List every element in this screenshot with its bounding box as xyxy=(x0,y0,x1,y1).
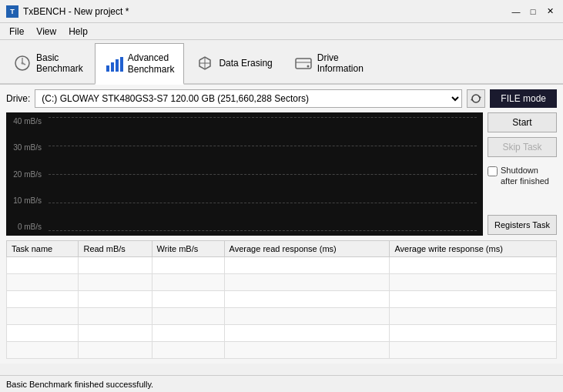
cell xyxy=(7,325,79,342)
titlebar-controls: — □ ✕ xyxy=(509,5,557,18)
basic-benchmark-icon xyxy=(13,54,32,72)
registers-task-button[interactable]: Registers Task xyxy=(488,215,557,235)
cell xyxy=(79,274,152,291)
table-row xyxy=(7,274,557,291)
grid-line-4 xyxy=(49,203,477,203)
y-label-10: 10 mB/s xyxy=(6,196,45,205)
svg-rect-4 xyxy=(116,59,119,72)
menu-view[interactable]: View xyxy=(30,25,62,39)
svg-point-9 xyxy=(307,65,309,68)
grid-line-2 xyxy=(49,146,477,146)
basic-benchmark-label: Basic Benchmark xyxy=(36,52,83,75)
cell xyxy=(7,308,79,325)
cell xyxy=(79,257,152,274)
cell xyxy=(390,274,557,291)
cell xyxy=(224,342,390,359)
cell xyxy=(390,291,557,308)
cell xyxy=(390,257,557,274)
start-button[interactable]: Start xyxy=(488,112,557,132)
menubar: File View Help xyxy=(0,23,563,40)
shutdown-label: Shutdown after finished xyxy=(501,165,557,187)
cell xyxy=(7,274,79,291)
tab-drive-information[interactable]: Drive Information xyxy=(284,43,374,83)
tab-data-erasing[interactable]: Data Erasing xyxy=(186,43,282,83)
table-row xyxy=(7,257,557,274)
svg-rect-5 xyxy=(120,57,123,72)
cell xyxy=(79,308,152,325)
cell xyxy=(7,291,79,308)
shutdown-row: Shutdown after finished xyxy=(488,165,557,187)
drive-select[interactable]: (C:) GLOWAY STK480GS3-S7 120.00 GB (251,… xyxy=(35,89,462,108)
maximize-button[interactable]: □ xyxy=(526,5,540,18)
svg-rect-2 xyxy=(106,65,109,72)
table-row xyxy=(7,291,557,308)
col-avg-write: Average write response (ms) xyxy=(390,241,557,257)
menu-help[interactable]: Help xyxy=(62,25,94,39)
toolbar: Basic Benchmark Advanced Benchmark xyxy=(0,40,563,85)
cell xyxy=(224,325,390,342)
drive-label: Drive: xyxy=(6,93,30,104)
advanced-benchmark-label: Advanced Benchmark xyxy=(128,52,175,75)
cell xyxy=(7,257,79,274)
chart-container: 40 mB/s 30 mB/s 20 mB/s 10 mB/s 0 mB/s xyxy=(6,112,483,236)
table-row xyxy=(7,325,557,342)
data-erasing-icon xyxy=(196,54,214,72)
cell xyxy=(79,325,152,342)
cell xyxy=(390,342,557,359)
y-label-30: 30 mB/s xyxy=(6,143,45,152)
cell xyxy=(390,325,557,342)
col-write-mbs: Write mB/s xyxy=(152,241,224,257)
close-button[interactable]: ✕ xyxy=(543,5,557,18)
minimize-button[interactable]: — xyxy=(509,5,523,18)
app-icon: T xyxy=(6,5,18,18)
status-text: Basic Benchmark finished successfully. xyxy=(6,380,153,389)
cell xyxy=(152,325,224,342)
cell xyxy=(152,291,224,308)
cell xyxy=(224,274,390,291)
cell xyxy=(79,291,152,308)
skip-task-button[interactable]: Skip Task xyxy=(488,137,557,157)
grid-line-3 xyxy=(49,174,477,175)
content-row: 40 mB/s 30 mB/s 20 mB/s 10 mB/s 0 mB/s S… xyxy=(6,112,557,236)
sidebar: Start Skip Task Shutdown after finished … xyxy=(488,112,557,236)
result-table: Task name Read mB/s Write mB/s Average r… xyxy=(6,240,557,359)
shutdown-checkbox[interactable] xyxy=(488,166,498,176)
y-label-40: 40 mB/s xyxy=(6,117,45,126)
y-label-20: 20 mB/s xyxy=(6,170,45,179)
table-header-row: Task name Read mB/s Write mB/s Average r… xyxy=(7,241,557,257)
svg-rect-3 xyxy=(111,62,114,72)
cell xyxy=(79,342,152,359)
cell xyxy=(224,308,390,325)
drive-information-icon xyxy=(294,54,313,72)
grid-line-5 xyxy=(49,230,477,231)
file-mode-button[interactable]: FILE mode xyxy=(490,89,557,108)
cell xyxy=(152,308,224,325)
cell xyxy=(224,257,390,274)
drive-information-label: Drive Information xyxy=(317,52,364,75)
data-erasing-label: Data Erasing xyxy=(219,58,272,69)
col-avg-read: Average read response (ms) xyxy=(224,241,390,257)
advanced-benchmark-icon xyxy=(105,55,123,73)
cell xyxy=(390,308,557,325)
cell xyxy=(7,342,79,359)
grid-line-1 xyxy=(49,117,477,118)
tab-basic-benchmark[interactable]: Basic Benchmark xyxy=(3,43,93,83)
y-label-0: 0 mB/s xyxy=(6,223,45,231)
window-title: TxBENCH - New project * xyxy=(23,6,129,17)
drive-row: Drive: (C:) GLOWAY STK480GS3-S7 120.00 G… xyxy=(6,89,557,108)
cell xyxy=(152,257,224,274)
chart-y-labels: 40 mB/s 30 mB/s 20 mB/s 10 mB/s 0 mB/s xyxy=(6,112,48,236)
cell xyxy=(152,342,224,359)
drive-refresh-button[interactable] xyxy=(467,89,485,108)
menu-file[interactable]: File xyxy=(3,25,30,39)
cell xyxy=(152,274,224,291)
chart-grid xyxy=(49,117,477,231)
table-row xyxy=(7,342,557,359)
statusbar: Basic Benchmark finished successfully. xyxy=(0,375,563,392)
svg-point-1 xyxy=(22,62,24,65)
main-content: Drive: (C:) GLOWAY STK480GS3-S7 120.00 G… xyxy=(0,85,563,364)
tab-advanced-benchmark[interactable]: Advanced Benchmark xyxy=(95,43,185,85)
titlebar-left: T TxBENCH - New project * xyxy=(6,5,129,18)
cell xyxy=(224,291,390,308)
col-read-mbs: Read mB/s xyxy=(79,241,152,257)
